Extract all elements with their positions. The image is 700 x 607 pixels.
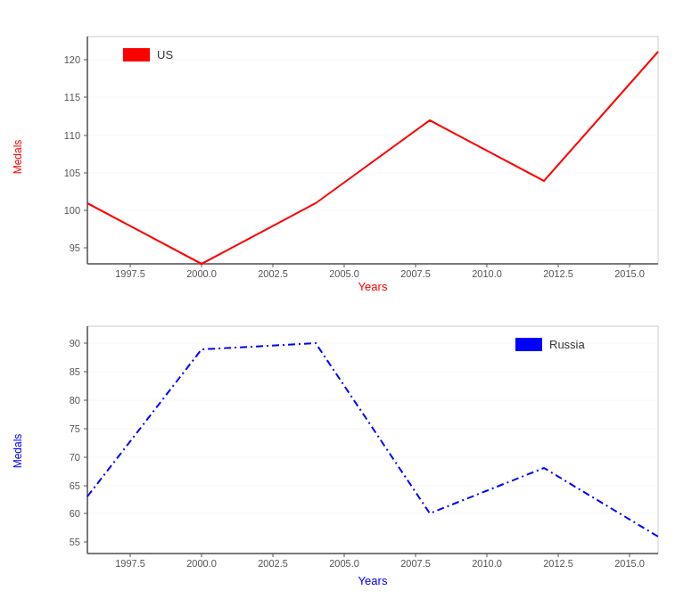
svg-text:100: 100 [63, 205, 79, 216]
svg-text:2015.0: 2015.0 [614, 558, 645, 569]
svg-text:2000.0: 2000.0 [186, 558, 217, 569]
russia-x-label: Years [358, 574, 387, 587]
svg-text:1997.5: 1997.5 [115, 268, 145, 279]
svg-text:2010.0: 2010.0 [472, 558, 502, 569]
svg-text:2002.5: 2002.5 [258, 558, 288, 569]
russia-chart-svg: 55 60 65 70 75 80 85 90 1997.5 [43, 313, 685, 589]
svg-text:2007.5: 2007.5 [400, 558, 431, 569]
svg-text:2005.0: 2005.0 [329, 558, 359, 569]
svg-text:55: 55 [69, 537, 79, 547]
svg-text:85: 85 [69, 366, 79, 377]
svg-text:90: 90 [69, 338, 79, 349]
svg-text:2007.5: 2007.5 [400, 268, 431, 279]
russia-legend-label: Russia [549, 338, 586, 351]
charts-container: Medals 95 100 105 110 [12, 10, 689, 598]
us-legend-label: US [157, 48, 173, 62]
svg-text:2000.0: 2000.0 [186, 268, 217, 279]
us-chart-svg: 95 100 105 110 115 120 [43, 23, 685, 291]
svg-rect-36 [87, 326, 658, 554]
svg-text:2015.0: 2015.0 [614, 268, 645, 279]
svg-text:1997.5: 1997.5 [115, 558, 145, 569]
svg-text:2002.5: 2002.5 [258, 268, 288, 279]
svg-text:2012.5: 2012.5 [543, 558, 573, 569]
us-chart-wrapper: Medals 95 100 105 110 [12, 10, 689, 304]
svg-text:75: 75 [69, 423, 79, 434]
svg-text:120: 120 [63, 54, 79, 65]
svg-text:70: 70 [69, 452, 79, 463]
svg-text:95: 95 [69, 242, 79, 253]
us-y-label: Medals [12, 139, 24, 174]
russia-chart-wrapper: Medals 55 60 65 70 [12, 304, 689, 598]
svg-text:80: 80 [69, 395, 79, 406]
svg-text:110: 110 [63, 130, 79, 141]
us-legend-color [123, 48, 150, 62]
svg-text:2010.0: 2010.0 [472, 268, 502, 279]
svg-text:65: 65 [69, 480, 79, 491]
russia-legend-color [515, 338, 542, 351]
svg-text:2012.5: 2012.5 [543, 268, 573, 279]
svg-text:115: 115 [63, 92, 79, 103]
svg-rect-0 [87, 37, 658, 264]
svg-text:105: 105 [63, 168, 79, 178]
svg-text:60: 60 [69, 508, 79, 519]
russia-y-label: Medals [12, 433, 24, 468]
svg-text:2005.0: 2005.0 [329, 268, 359, 279]
us-x-label: Years [358, 280, 387, 291]
